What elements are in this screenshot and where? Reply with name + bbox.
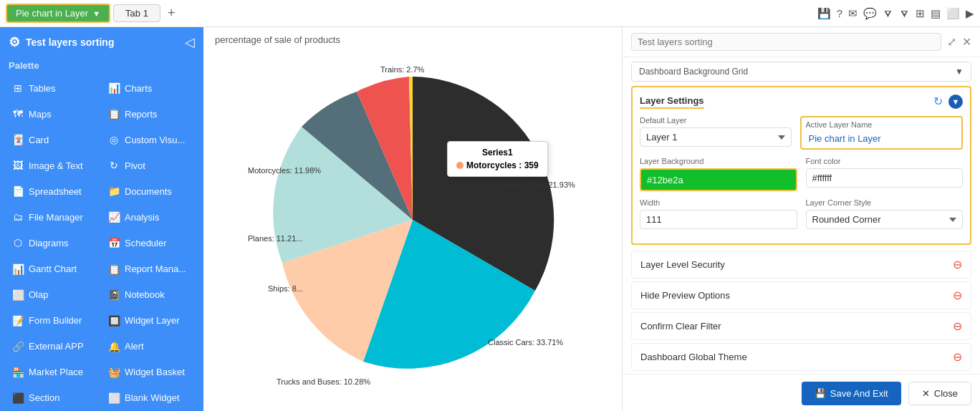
refresh-icon[interactable]: ↻ bbox=[933, 95, 943, 109]
close-label: Close bbox=[934, 388, 958, 399]
filter2-icon[interactable]: ⛛ bbox=[899, 7, 910, 19]
card-label: Card bbox=[29, 135, 49, 145]
sidebar-item-pivot[interactable]: ↻ Pivot bbox=[102, 153, 198, 178]
tab-active-label: Pie chart in Layer bbox=[16, 8, 88, 19]
panel-top-icons: ⤢ ✕ bbox=[947, 35, 971, 49]
label-classic-cars: Classic Cars: 33.71% bbox=[488, 338, 563, 347]
sidebar-back-button[interactable]: ◁ bbox=[185, 34, 195, 50]
width-label: Width bbox=[640, 198, 797, 207]
collapsible-header-hide-preview[interactable]: Hide Preview Options ⊖ bbox=[632, 282, 971, 309]
email-icon[interactable]: ✉ bbox=[848, 7, 858, 20]
sidebar-item-section[interactable]: ⬛ Section bbox=[6, 385, 102, 411]
global-theme-label: Dashboard Global Theme bbox=[640, 352, 747, 362]
notebook-icon: 📓 bbox=[107, 289, 120, 301]
width-input[interactable] bbox=[640, 210, 797, 229]
file-manager-icon: 🗂 bbox=[11, 211, 24, 223]
play-icon[interactable]: ▶ bbox=[966, 7, 974, 20]
collapsible-header-security[interactable]: Layer Level Security ⊖ bbox=[632, 251, 971, 278]
form-row-1: Default Layer Layer 1 Active Layer Name bbox=[640, 116, 963, 150]
custom-visu-icon: ◎ bbox=[107, 134, 120, 145]
sidebar-item-market-place[interactable]: 🏪 Market Place bbox=[6, 359, 102, 385]
sidebar-item-gantt[interactable]: 📊 Gantt Chart bbox=[6, 256, 102, 282]
move-icon[interactable]: ⤢ bbox=[947, 35, 956, 49]
market-place-label: Market Place bbox=[29, 367, 83, 377]
sidebar-item-maps[interactable]: 🗺 Maps bbox=[6, 101, 102, 127]
collapsible-confirm-clear: Confirm Clear Filter ⊖ bbox=[631, 312, 971, 340]
active-layer-name-input[interactable] bbox=[806, 132, 958, 145]
sidebar-item-widget-layer[interactable]: 🔲 Widget Layer bbox=[102, 308, 198, 334]
spreadsheet-label: Spreadsheet bbox=[29, 186, 82, 197]
tooltip-value-row: Motorcycles : 359 bbox=[456, 160, 539, 170]
report-mana-label: Report Mana... bbox=[125, 263, 186, 274]
sidebar-item-file-manager[interactable]: 🗂 File Manager bbox=[6, 204, 102, 230]
grid-icon[interactable]: ⊞ bbox=[916, 7, 925, 20]
panel-close-icon[interactable]: ✕ bbox=[962, 35, 971, 49]
sidebar-item-form-builder[interactable]: 📝 Form Builder bbox=[6, 308, 102, 334]
filter1-icon[interactable]: ⛛ bbox=[883, 7, 893, 19]
diagrams-icon: ⬡ bbox=[11, 237, 24, 248]
collapsible-header-global-theme[interactable]: Dashboard Global Theme ⊖ bbox=[632, 344, 971, 370]
layer-bg-swatch[interactable]: #12be2a bbox=[640, 168, 797, 191]
layer-bg-hex: #12be2a bbox=[647, 175, 683, 185]
sidebar-item-scheduler[interactable]: 📅 Scheduler bbox=[102, 230, 198, 256]
pivot-label: Pivot bbox=[125, 160, 145, 171]
sidebar-item-card[interactable]: 🃏 Card bbox=[6, 127, 102, 153]
scheduler-label: Scheduler bbox=[125, 238, 167, 248]
collapse-icon[interactable]: ▼ bbox=[948, 95, 963, 109]
save-and-exit-button[interactable]: 💾 Save And Exit bbox=[802, 382, 901, 405]
table-icon[interactable]: ▤ bbox=[931, 7, 941, 20]
tab-pie-chart[interactable]: Pie chart in Layer ▼ bbox=[6, 4, 110, 23]
sidebar: ⚙ Test layers sorting ◁ Palette ⊞ Tables… bbox=[0, 27, 203, 411]
tab-add-button[interactable]: + bbox=[163, 6, 180, 21]
sidebar-item-external-app[interactable]: 🔗 External APP bbox=[6, 334, 102, 359]
hide-preview-icon: ⊖ bbox=[953, 289, 962, 302]
tooltip-value: Motorcycles : 359 bbox=[466, 160, 539, 170]
analysis-icon: 📈 bbox=[107, 211, 120, 223]
default-layer-select[interactable]: Layer 1 bbox=[640, 127, 792, 147]
widget-basket-icon: 🧺 bbox=[107, 367, 120, 378]
collapsible-header-confirm-clear[interactable]: Confirm Clear Filter ⊖ bbox=[632, 313, 971, 339]
layer-settings-header: Layer Settings ↻ ▼ bbox=[640, 95, 963, 109]
active-layer-name-label: Active Layer Name bbox=[806, 120, 958, 129]
breadcrumb-dropdown[interactable]: Dashboard Background Grid ▼ bbox=[631, 62, 971, 82]
diagrams-label: Diagrams bbox=[29, 238, 69, 248]
section-label: Section bbox=[29, 392, 59, 403]
sidebar-item-tables[interactable]: ⊞ Tables bbox=[6, 75, 102, 101]
sidebar-item-reports[interactable]: 📋 Reports bbox=[102, 101, 198, 127]
maps-label: Maps bbox=[29, 109, 52, 120]
widget-basket-label: Widget Basket bbox=[125, 367, 185, 377]
palette-grid: ⊞ Tables 📊 Charts 🗺 Maps 📋 Reports 🃏 Car… bbox=[0, 75, 203, 411]
close-button[interactable]: ✕ Close bbox=[908, 382, 971, 405]
sidebar-item-image-text[interactable]: 🖼 Image & Text bbox=[6, 153, 102, 178]
sidebar-item-report-mana[interactable]: 📋 Report Mana... bbox=[102, 256, 198, 282]
sidebar-item-blank-widget[interactable]: ⬜ Blank Widget bbox=[102, 385, 198, 411]
sidebar-item-notebook[interactable]: 📓 Notebook bbox=[102, 282, 198, 308]
sidebar-item-charts[interactable]: 📊 Charts bbox=[102, 75, 198, 101]
corner-style-select[interactable]: Rounded Corner bbox=[806, 210, 964, 229]
sidebar-item-alert[interactable]: 🔔 Alert bbox=[102, 334, 198, 359]
sidebar-item-spreadsheet[interactable]: 📄 Spreadsheet bbox=[6, 178, 102, 204]
tab-dropdown-icon[interactable]: ▼ bbox=[92, 9, 100, 18]
sidebar-item-analysis[interactable]: 📈 Analysis bbox=[102, 204, 198, 230]
sidebar-item-diagrams[interactable]: ⬡ Diagrams bbox=[6, 230, 102, 256]
panel-top-bar: ⤢ ✕ bbox=[623, 27, 980, 57]
main-layout: ⚙ Test layers sorting ◁ Palette ⊞ Tables… bbox=[0, 27, 980, 411]
collapsible-hide-preview: Hide Preview Options ⊖ bbox=[631, 281, 971, 309]
chat-icon[interactable]: 💬 bbox=[863, 7, 877, 20]
sidebar-item-custom-visu[interactable]: ◎ Custom Visu... bbox=[102, 127, 198, 153]
font-color-label: Font color bbox=[806, 157, 964, 165]
save-icon[interactable]: 💾 bbox=[817, 7, 831, 20]
sidebar-item-olap[interactable]: ⬜ Olap bbox=[6, 282, 102, 308]
layer-bg-label: Layer Background bbox=[640, 157, 797, 165]
square-icon[interactable]: ⬜ bbox=[946, 7, 960, 20]
font-color-input[interactable] bbox=[806, 168, 964, 188]
tables-icon: ⊞ bbox=[11, 82, 24, 94]
layer-security-label: Layer Level Security bbox=[640, 259, 725, 270]
gantt-icon: 📊 bbox=[11, 263, 24, 275]
sidebar-item-widget-basket[interactable]: 🧺 Widget Basket bbox=[102, 359, 198, 385]
tab-tab1[interactable]: Tab 1 bbox=[113, 4, 160, 22]
help-icon[interactable]: ? bbox=[837, 7, 842, 19]
corner-style-label: Layer Corner Style bbox=[806, 198, 964, 207]
panel-search-input[interactable] bbox=[631, 33, 941, 51]
sidebar-item-documents[interactable]: 📁 Documents bbox=[102, 178, 198, 204]
